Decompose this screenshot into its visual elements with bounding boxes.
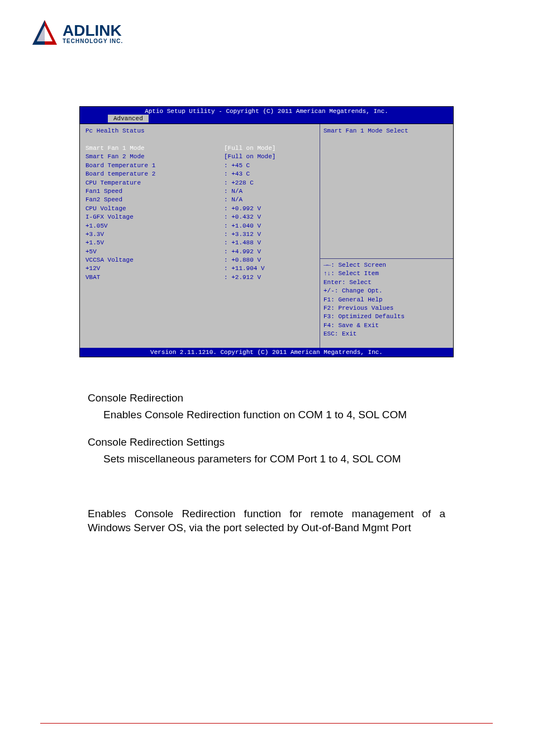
bios-setting-value: [Full on Mode] — [224, 144, 275, 153]
bios-setting-value: : +1.488 V — [224, 239, 261, 247]
heading-console-redirection-settings: Console Redirection Settings — [88, 435, 445, 450]
bios-setting-row[interactable]: VBAT: +2.912 V — [85, 273, 315, 282]
bios-setting-value: : +4.992 V — [224, 248, 261, 256]
bios-setting-row[interactable]: +12V: +11.904 V — [85, 264, 315, 273]
bios-body: Pc Health Status Smart Fan 1 Mode[Full o… — [80, 124, 453, 348]
bios-main-panel: Pc Health Status Smart Fan 1 Mode[Full o… — [80, 124, 320, 348]
bios-screenshot: Aptio Setup Utility - Copyright (C) 2011… — [79, 106, 454, 357]
bios-settings-list: Smart Fan 1 Mode[Full on Mode]Smart Fan … — [85, 144, 315, 282]
bios-help-panel: Smart Fan 1 Mode Select →←: Select Scree… — [320, 124, 453, 348]
bios-hint-line: F3: Optimized Defaults — [323, 313, 450, 321]
bios-setting-value: : +43 C — [224, 170, 250, 178]
bios-setting-row[interactable]: Fan1 Speed: N/A — [85, 187, 315, 196]
bios-help-separator — [320, 258, 453, 259]
bios-setting-row[interactable]: CPU Voltage: +0.992 V — [85, 205, 315, 213]
bios-setting-row[interactable]: +1.05V: +1.040 V — [85, 222, 315, 230]
bios-footer: Version 2.11.1210. Copyright (C) 2011 Am… — [80, 348, 453, 357]
bios-hint-line: F2: Previous Values — [323, 304, 450, 313]
bios-setting-value: : +3.312 V — [224, 230, 261, 239]
bios-setting-row[interactable]: Fan2 Speed: N/A — [85, 196, 315, 204]
para-console-redirection: Enables Console Redirection function on … — [103, 408, 445, 422]
bios-setting-label: +1.5V — [85, 239, 224, 247]
adlink-logo-icon — [29, 18, 60, 49]
bios-setting-row[interactable]: VCCSA Voltage: +0.880 V — [85, 256, 315, 264]
bios-key-hints: →←: Select Screen↑↓: Select ItemEnter: S… — [323, 261, 450, 339]
bios-setting-row[interactable]: Smart Fan 1 Mode[Full on Mode] — [85, 144, 315, 153]
bios-setting-label: +12V — [85, 264, 224, 273]
bios-setting-label: CPU Temperature — [85, 179, 224, 187]
bios-hint-line: ESC: Exit — [323, 330, 450, 338]
bios-hint-line: →←: Select Screen — [323, 261, 450, 270]
bios-setting-value: : +228 C — [224, 179, 254, 187]
logo: ADLINK TECHNOLOGY INC. — [29, 17, 504, 50]
bios-setting-value: : +2.912 V — [224, 273, 261, 282]
bios-setting-label: VBAT — [85, 273, 224, 282]
bios-setting-label: Smart Fan 2 Mode — [85, 153, 224, 161]
footer-rule — [40, 723, 493, 724]
bios-hint-line: F4: Save & Exit — [323, 322, 450, 330]
bios-setting-value: : +45 C — [224, 162, 250, 170]
page: ADLINK TECHNOLOGY INC. Aptio Setup Utili… — [0, 0, 533, 756]
logo-main: ADLINK — [63, 23, 123, 39]
bios-setting-row[interactable]: I-GFX Voltage: +0.432 V — [85, 213, 315, 221]
bios-setting-label: Board Temperature 1 — [85, 162, 224, 170]
bios-setting-row[interactable]: +5V: +4.992 V — [85, 248, 315, 256]
bios-setting-value: : N/A — [224, 196, 242, 204]
bios-setting-row[interactable]: +3.3V: +3.312 V — [85, 230, 315, 239]
bios-setting-label: Board temperature 2 — [85, 170, 224, 178]
bios-setting-value: : +0.880 V — [224, 256, 261, 264]
bios-setting-value: [Full on Mode] — [224, 153, 275, 161]
bios-hint-line: +/-: Change Opt. — [323, 287, 450, 295]
bios-setting-value: : +0.432 V — [224, 213, 261, 221]
logo-sub: TECHNOLOGY INC. — [63, 39, 123, 44]
bios-setting-value: : +0.992 V — [224, 205, 261, 213]
bios-setting-label: CPU Voltage — [85, 205, 224, 213]
bios-setting-label: +3.3V — [85, 230, 224, 239]
bios-setting-label: Fan2 Speed — [85, 196, 224, 204]
bios-setting-row[interactable]: Smart Fan 2 Mode[Full on Mode] — [85, 153, 315, 161]
bios-setting-value: : +1.040 V — [224, 222, 261, 230]
bios-setting-label: Fan1 Speed — [85, 187, 224, 196]
bios-hint-line: ↑↓: Select Item — [323, 270, 450, 278]
bios-setting-row[interactable]: CPU Temperature: +228 C — [85, 179, 315, 187]
bios-header: Aptio Setup Utility - Copyright (C) 2011… — [80, 107, 453, 115]
bios-setting-row[interactable]: Board Temperature 1: +45 C — [85, 162, 315, 170]
bios-tab-row: Advanced — [80, 115, 453, 124]
bios-hint-line: F1: General Help — [323, 296, 450, 304]
bios-setting-row[interactable]: Board temperature 2: +43 C — [85, 170, 315, 178]
bios-section-title: Pc Health Status — [85, 127, 315, 134]
bios-setting-label: Smart Fan 1 Mode — [85, 144, 224, 153]
bios-help-title: Smart Fan 1 Mode Select — [323, 127, 450, 134]
bios-setting-value: : +11.904 V — [224, 264, 265, 273]
bios-hint-line: Enter: Select — [323, 278, 450, 287]
logo-text: ADLINK TECHNOLOGY INC. — [63, 23, 123, 44]
document-body: Console Redirection Enables Console Redi… — [88, 391, 445, 535]
bios-setting-label: +5V — [85, 248, 224, 256]
bios-tab-advanced[interactable]: Advanced — [108, 115, 149, 122]
bios-setting-row[interactable]: +1.5V: +1.488 V — [85, 239, 315, 247]
bios-setting-label: I-GFX Voltage — [85, 213, 224, 221]
bios-setting-label: VCCSA Voltage — [85, 256, 224, 264]
bios-setting-label: +1.05V — [85, 222, 224, 230]
bios-setting-value: : N/A — [224, 187, 242, 196]
heading-console-redirection: Console Redirection — [88, 391, 445, 405]
para-windows-ems: Enables Console Redirection function for… — [88, 507, 445, 535]
para-console-redirection-settings: Sets miscellaneous parameters for COM Po… — [103, 452, 445, 466]
